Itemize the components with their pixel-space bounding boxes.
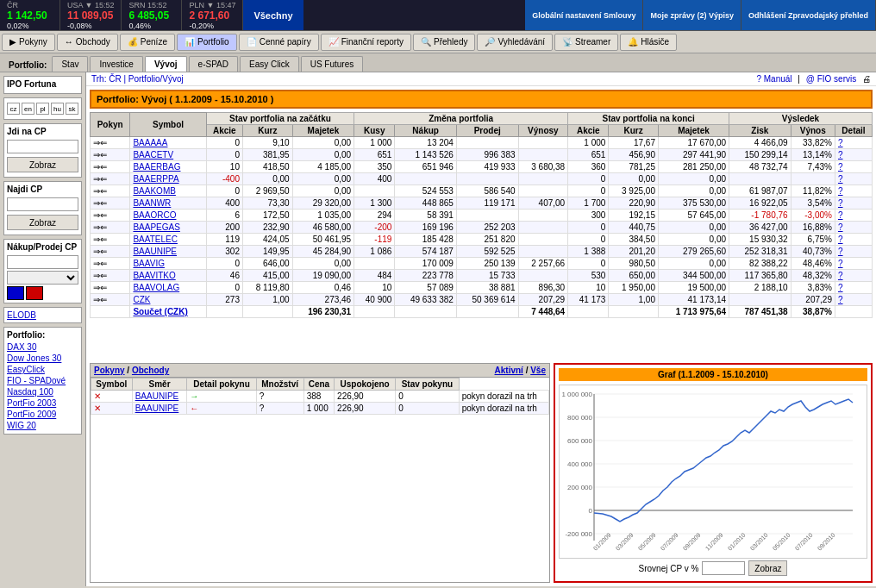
globalni-button[interactable]: Globální nastavení Smlouvy: [525, 0, 643, 30]
tab-vyvoj[interactable]: Vývoj: [145, 56, 187, 72]
menu-obchody[interactable]: ↔Obchody: [57, 34, 118, 51]
lang-hu[interactable]: hu: [51, 103, 64, 115]
srovnej-input[interactable]: [702, 561, 745, 575]
cell: -3,00%: [791, 210, 835, 222]
portfolio-nasdaq[interactable]: Nasdaq 100: [7, 386, 78, 397]
symbol-link[interactable]: BAAUNIPE: [130, 246, 206, 258]
tabs-bar: Portfolio: Stav Investice Vývoj e-SPAD E…: [0, 53, 876, 72]
symbol-link[interactable]: Součet (CZK): [130, 306, 206, 318]
cell: ⇒⇐: [91, 234, 130, 246]
portfolio-fio-spadove[interactable]: FIO - SPADové: [7, 375, 78, 386]
zobraz-chart-button[interactable]: Zobraz: [748, 560, 787, 576]
portfolio-wig20[interactable]: WIG 20: [7, 420, 78, 431]
print-icon[interactable]: 🖨: [862, 74, 871, 84]
zobraz1-button[interactable]: Zobraz: [7, 157, 78, 172]
zobraz2-button[interactable]: Zobraz: [7, 215, 78, 230]
bottom-split: Pokyny / Obchody Aktivní / Vše Symbol: [86, 360, 876, 586]
portfolio-dowjones[interactable]: Dow Jones 30: [7, 353, 78, 364]
symbol-link[interactable]: BAATELEC: [130, 234, 206, 246]
lang-pl[interactable]: pl: [36, 103, 49, 115]
col-zmena: Změna portfolia: [354, 113, 568, 125]
cell: 0,00: [292, 137, 354, 149]
menu-streamer[interactable]: 📡Streamer: [554, 34, 618, 51]
aktivni-link[interactable]: Aktivní: [495, 366, 523, 375]
portfolio-easyclisk[interactable]: EasyClick: [7, 364, 78, 375]
obchody-link[interactable]: Obchody: [132, 366, 169, 375]
tab-easyclisk[interactable]: Easy Click: [240, 56, 299, 72]
cell: [456, 306, 518, 318]
nakup-prodej-select[interactable]: [7, 271, 78, 285]
cell: ⇒⇐: [91, 270, 130, 282]
order-cell: ?: [256, 403, 303, 415]
srn-index: SRN 15:52 6 485,05 0,46%: [122, 0, 182, 30]
lang-cz[interactable]: cz: [7, 103, 20, 115]
symbol-link[interactable]: BAAVITKO: [130, 270, 206, 282]
menu-pokyny[interactable]: ▶Pokyny: [2, 34, 55, 51]
sell-icon-button[interactable]: [26, 286, 43, 300]
symbol-link[interactable]: BAAERBAG: [130, 161, 206, 173]
cell: 11,82%: [791, 185, 835, 197]
symbol-link[interactable]: BAAERPPA: [130, 173, 206, 185]
menu-prehledy[interactable]: 🔍Přehledy: [413, 34, 475, 51]
symbol-link[interactable]: BAAVIG: [130, 258, 206, 270]
menu-vyhledavani[interactable]: 🔎Vyhledávání: [477, 34, 553, 51]
order-cell: 1 000: [303, 403, 334, 415]
lang-en[interactable]: en: [22, 103, 34, 115]
order-symbol[interactable]: BAAUNIPE: [132, 403, 187, 415]
symbol-link[interactable]: BAAORCO: [130, 210, 206, 222]
cell: 1,00: [609, 294, 659, 306]
tab-stav[interactable]: Stav: [52, 56, 88, 72]
cell: 10: [568, 282, 609, 294]
cell: [518, 185, 568, 197]
cell: [456, 210, 518, 222]
menu-cenne-papiry[interactable]: 📄Cenné papíry: [239, 34, 319, 51]
cell: 223 778: [395, 270, 457, 282]
nakup-prodej-input[interactable]: [7, 255, 78, 269]
cell: 302: [206, 246, 242, 258]
cell: 781,25: [609, 161, 659, 173]
symbol-link[interactable]: BAAKOMB: [130, 185, 206, 197]
najdi-cp-input[interactable]: [7, 197, 78, 211]
menu-penize[interactable]: 💰Peníze: [120, 34, 175, 51]
menu-hlasice[interactable]: 🔔Hlásiče: [620, 34, 677, 51]
order-symbol[interactable]: BAAUNIPE: [132, 391, 187, 403]
portfolio-portfio2003[interactable]: PortFio 2003: [7, 397, 78, 409]
menu-financni-reporty[interactable]: 📈Finanční reporty: [321, 34, 411, 51]
tab-investice[interactable]: Investice: [90, 56, 142, 72]
orders-col-smer: Směr: [132, 378, 187, 391]
cell: 456,90: [609, 149, 659, 161]
symbol-link[interactable]: CZK: [130, 294, 206, 306]
vse-link[interactable]: Vše: [530, 366, 546, 375]
vsechny-button[interactable]: Všechny: [243, 0, 303, 30]
portfolio-dax30[interactable]: DAX 30: [7, 341, 78, 353]
zpravy-button[interactable]: Moje zprávy (2) Výpisy: [643, 0, 741, 30]
col-vynosy: Výnosy: [518, 125, 568, 137]
order-cancel-icon[interactable]: ✕: [91, 403, 133, 415]
cell: [354, 306, 395, 318]
usa-index: USA ▼ 15:52 11 089,05 -0,08%: [60, 0, 122, 30]
menu-portfolio[interactable]: 📊Portfolio: [177, 34, 237, 51]
symbol-link[interactable]: BAAVOLAG: [130, 282, 206, 294]
manual-link[interactable]: ? Manuál: [756, 74, 792, 84]
cell: ⇒⇐: [91, 258, 130, 270]
symbol-link[interactable]: BAANWR: [130, 197, 206, 210]
portfolio-portfio2009[interactable]: PortFio 2009: [7, 409, 78, 420]
elodb-link[interactable]: ELODB: [7, 310, 78, 320]
tab-espad[interactable]: e-SPAD: [189, 56, 238, 72]
lang-sk[interactable]: sk: [66, 103, 78, 115]
pokyny-link[interactable]: Pokyny: [94, 366, 125, 375]
usa-label: USA ▼ 15:52: [67, 1, 114, 9]
odhlaseni-button[interactable]: Odhlášení Zpravodajský přehled: [741, 0, 876, 30]
symbol-link[interactable]: BAAAAA: [130, 137, 206, 149]
symbol-link[interactable]: BAAPEGAS: [130, 222, 206, 234]
tab-usfutures[interactable]: US Futures: [301, 56, 364, 72]
symbol-link[interactable]: BAACETV: [130, 149, 206, 161]
col-detail: Detail: [835, 125, 872, 137]
cell: 170 009: [395, 258, 457, 270]
cell: ?: [835, 222, 872, 234]
jdi-na-cp-input[interactable]: [7, 140, 78, 153]
buy-icon-button[interactable]: [7, 286, 24, 300]
order-cancel-icon[interactable]: ✕: [91, 391, 133, 403]
fio-link[interactable]: @ FIO servis: [806, 74, 857, 84]
svg-text:1 000 000: 1 000 000: [561, 391, 592, 398]
